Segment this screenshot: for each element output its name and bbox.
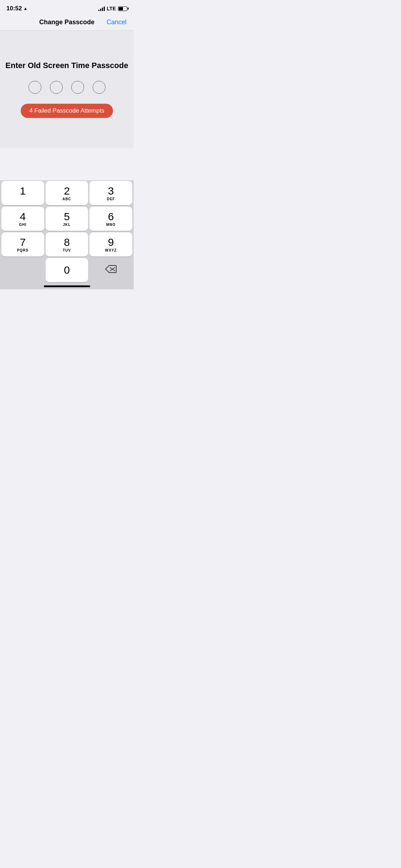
signal-bar-2	[100, 9, 101, 11]
key-7[interactable]: 7 PQRS	[1, 232, 44, 257]
signal-bar-1	[98, 10, 99, 11]
passcode-dot-4	[93, 81, 106, 94]
passcode-dot-3	[71, 81, 84, 94]
passcode-dots	[29, 81, 106, 94]
key-9[interactable]: 9 WXYZ	[89, 232, 132, 257]
key-0[interactable]: 0	[46, 258, 88, 282]
battery-icon	[118, 6, 127, 11]
signal-bars	[98, 6, 105, 11]
key-3[interactable]: 3 DEF	[89, 181, 132, 205]
prompt-title: Enter Old Screen Time Passcode	[5, 61, 128, 70]
nav-title: Change Passcode	[39, 19, 94, 26]
time-display: 10:52	[6, 5, 22, 12]
status-right: LTE	[98, 6, 127, 11]
nav-bar: Change Passcode Cancel	[0, 15, 134, 31]
key-5[interactable]: 5 JKL	[46, 207, 88, 231]
key-4[interactable]: 4 GHI	[1, 207, 44, 231]
key-8[interactable]: 8 TUV	[46, 232, 88, 257]
lte-label: LTE	[107, 6, 116, 11]
passcode-entry-area: Enter Old Screen Time Passcode 4 Failed …	[0, 31, 134, 148]
key-6[interactable]: 6 MNO	[89, 207, 132, 231]
numpad-keyboard: 1 2 ABC 3 DEF 4 GHI 5 JKL 6 MNO 7 PQRS	[0, 180, 134, 289]
battery-fill	[119, 7, 123, 10]
key-1[interactable]: 1	[1, 181, 44, 205]
failed-badge: 4 Failed Passcode Attempts	[21, 104, 113, 118]
cancel-button[interactable]: Cancel	[107, 19, 127, 26]
location-icon: ▲	[23, 6, 27, 11]
keyboard-grid: 1 2 ABC 3 DEF 4 GHI 5 JKL 6 MNO 7 PQRS	[1, 181, 132, 282]
signal-bar-3	[102, 7, 103, 11]
key-2[interactable]: 2 ABC	[46, 181, 88, 205]
passcode-dot-1	[29, 81, 41, 94]
status-bar: 10:52 ▲ LTE	[0, 0, 134, 15]
delete-icon	[105, 265, 117, 275]
delete-button[interactable]	[89, 258, 132, 282]
home-indicator	[44, 285, 90, 287]
signal-bar-4	[104, 6, 105, 11]
passcode-dot-2	[50, 81, 63, 94]
key-empty	[1, 258, 44, 282]
status-time: 10:52 ▲	[6, 5, 27, 12]
